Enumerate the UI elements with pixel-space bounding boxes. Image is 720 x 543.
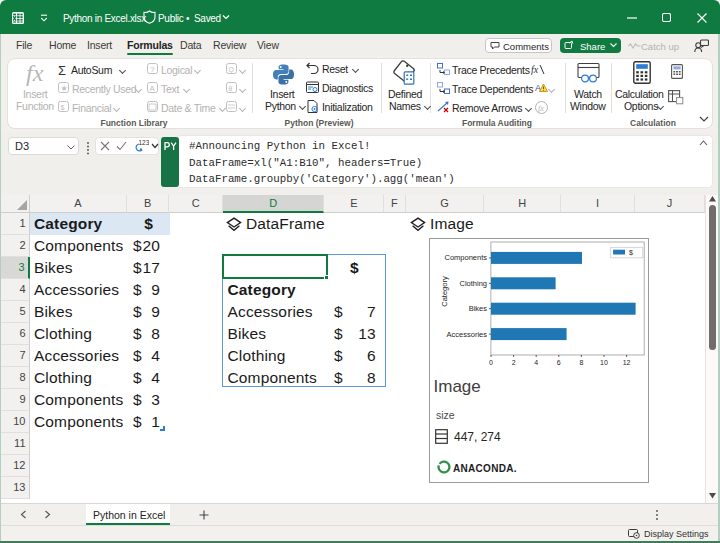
svg-text:8: 8	[579, 358, 583, 365]
svg-text:Clothing: Clothing	[459, 278, 487, 287]
svg-text:6: 6	[556, 358, 560, 365]
svg-text:A: A	[150, 84, 156, 93]
svg-text:Q: Q	[229, 66, 235, 74]
svg-text:Accessories: Accessories	[446, 329, 487, 338]
svg-text:Category: Category	[440, 276, 449, 307]
svg-text:Components: Components	[444, 253, 487, 262]
svg-text:123: 123	[139, 139, 150, 146]
svg-text:4: 4	[534, 358, 538, 365]
svg-text:12: 12	[622, 358, 630, 365]
svg-text:2: 2	[511, 358, 515, 365]
svg-text:fx: fx	[531, 64, 539, 75]
svg-text:Bikes: Bikes	[468, 304, 487, 313]
svg-text:★: ★	[61, 84, 68, 93]
svg-text:0: 0	[489, 358, 493, 365]
svg-text:$: $	[61, 104, 65, 111]
svg-text:?: ?	[150, 65, 155, 74]
svg-text:$: $	[629, 249, 633, 256]
svg-text:10: 10	[600, 358, 608, 365]
svg-text:θ: θ	[229, 85, 233, 92]
svg-text:fx: fx	[538, 104, 544, 113]
